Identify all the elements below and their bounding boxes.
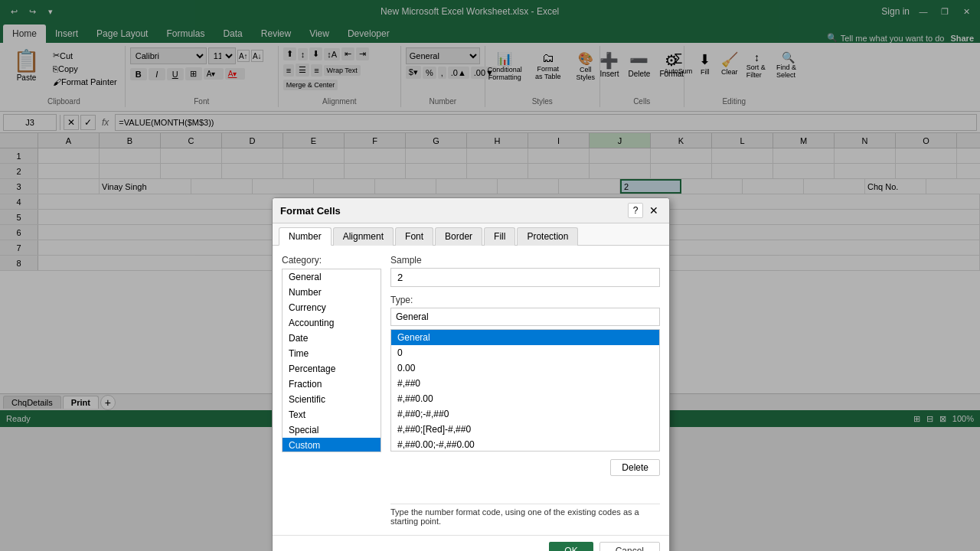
cat-accounting[interactable]: Accounting — [283, 315, 381, 331]
dialog-tab-protection[interactable]: Protection — [517, 227, 578, 246]
category-panel: Category: General Number Currency Accoun… — [282, 255, 381, 526]
cat-special[interactable]: Special — [283, 422, 381, 438]
delete-button[interactable]: Delete — [610, 459, 660, 476]
dialog-tab-border[interactable]: Border — [435, 227, 482, 246]
cat-fraction[interactable]: Fraction — [283, 377, 381, 392]
sample-section: Sample 2 — [390, 255, 660, 287]
type-item-neg[interactable]: #,##0;-#,##0 — [391, 406, 659, 422]
cat-time[interactable]: Time — [283, 346, 381, 361]
cat-percentage[interactable]: Percentage — [283, 361, 381, 377]
dialog-tab-font[interactable]: Font — [395, 227, 433, 246]
sample-box: 2 — [390, 268, 660, 287]
type-item-0[interactable]: 0 — [391, 345, 659, 360]
dialog-tab-number[interactable]: Number — [279, 227, 332, 246]
dialog-title: Format Cells — [280, 205, 341, 217]
cat-custom[interactable]: Custom — [283, 438, 381, 452]
dialog-help-button[interactable]: ? — [628, 203, 643, 218]
type-item-hash000[interactable]: #,##0.00 — [391, 391, 659, 406]
cat-date[interactable]: Date — [283, 331, 381, 346]
category-label: Category: — [282, 255, 381, 266]
type-list[interactable]: General 0 0.00 #,##0 #,##0.00 #,##0;-#,#… — [390, 329, 660, 452]
cat-currency[interactable]: Currency — [283, 300, 381, 315]
type-item-dec-neg[interactable]: #,##0.00;-#,##0.00 — [391, 437, 659, 452]
type-item-000[interactable]: 0.00 — [391, 360, 659, 376]
cat-general[interactable]: General — [283, 269, 381, 285]
right-panel: Sample 2 Type: General 0 0.00 #,##0 #,##… — [390, 255, 660, 526]
type-item-hash0[interactable]: #,##0 — [391, 376, 659, 391]
format-cells-dialog: Format Cells ? ✕ Number Alignment Font B… — [272, 197, 670, 551]
dialog-close-button[interactable]: ✕ — [646, 203, 662, 218]
description-text: Type the number format code, using one o… — [390, 504, 660, 526]
dialog-content: Category: General Number Currency Accoun… — [273, 246, 669, 535]
type-input[interactable] — [390, 308, 660, 326]
cat-scientific[interactable]: Scientific — [283, 392, 381, 407]
dialog-titlebar: Format Cells ? ✕ — [273, 198, 669, 223]
dialog-tab-alignment[interactable]: Alignment — [333, 227, 394, 246]
sample-label: Sample — [390, 255, 660, 266]
dialog-tab-bar: Number Alignment Font Border Fill Protec… — [273, 223, 669, 246]
dialog-tab-fill[interactable]: Fill — [484, 227, 515, 246]
modal-overlay: Format Cells ? ✕ Number Alignment Font B… — [0, 0, 980, 551]
cancel-button[interactable]: Cancel — [599, 542, 660, 551]
ok-button[interactable]: OK — [549, 542, 593, 551]
category-list[interactable]: General Number Currency Accounting Date … — [282, 269, 381, 452]
cat-text[interactable]: Text — [283, 407, 381, 422]
type-item-general[interactable]: General — [391, 330, 659, 345]
type-item-neg-red[interactable]: #,##0;[Red]-#,##0 — [391, 422, 659, 437]
type-label: Type: — [390, 295, 660, 305]
cat-number[interactable]: Number — [283, 285, 381, 300]
dialog-footer: OK Cancel — [273, 535, 669, 551]
